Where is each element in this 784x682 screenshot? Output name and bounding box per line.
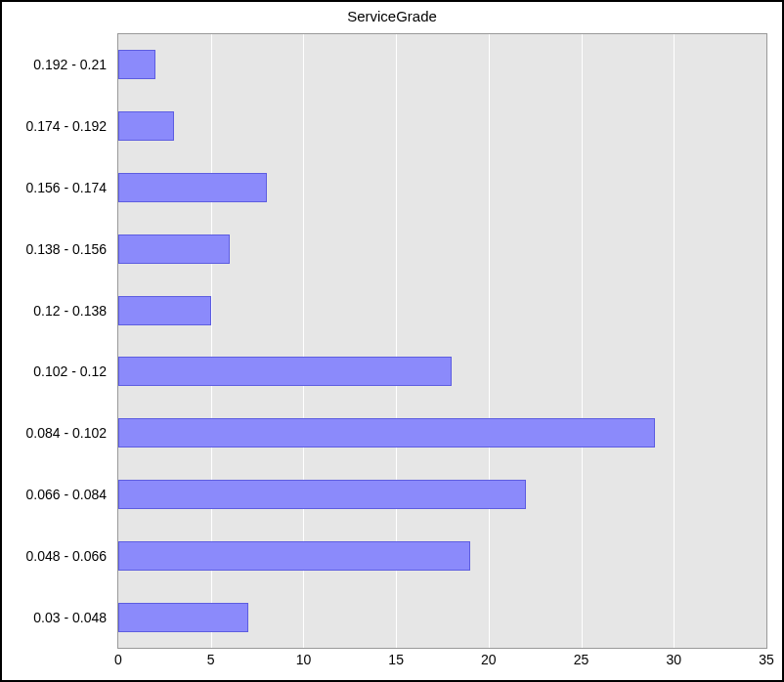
bar: [118, 480, 526, 509]
gridline: [674, 34, 675, 648]
y-tick-label: 0.174 - 0.192: [25, 118, 107, 134]
y-tick-label: 0.048 - 0.066: [25, 548, 107, 564]
y-tick-label: 0.102 - 0.12: [33, 363, 107, 379]
bar: [118, 234, 230, 264]
x-tick-label: 25: [574, 652, 589, 667]
y-tick-label: 0.138 - 0.156: [25, 241, 107, 257]
bar: [118, 541, 470, 571]
y-tick-label: 0.084 - 0.102: [25, 425, 107, 441]
bar: [118, 50, 155, 79]
bar: [118, 173, 267, 202]
bar: [118, 418, 655, 448]
plot-area: 051015202530350.192 - 0.210.174 - 0.1920…: [117, 33, 767, 649]
chart-title: ServiceGrade: [2, 8, 782, 24]
x-tick-label: 5: [207, 652, 215, 667]
x-tick-label: 20: [481, 652, 497, 667]
y-tick-label: 0.156 - 0.174: [25, 180, 107, 195]
gridline: [489, 34, 490, 648]
bar: [118, 111, 174, 141]
x-tick-label: 10: [296, 652, 312, 667]
y-tick-label: 0.066 - 0.084: [25, 487, 107, 502]
x-tick-label: 35: [759, 652, 774, 667]
x-tick-label: 30: [666, 652, 681, 667]
bar: [118, 357, 452, 386]
gridline: [582, 34, 583, 648]
y-tick-label: 0.03 - 0.048: [33, 610, 107, 625]
bar: [118, 296, 211, 325]
y-tick-label: 0.12 - 0.138: [33, 303, 107, 319]
x-tick-label: 0: [114, 652, 122, 667]
bar: [118, 603, 248, 632]
chart-container: ServiceGrade 051015202530350.192 - 0.210…: [0, 0, 784, 682]
x-tick-label: 15: [388, 652, 404, 667]
y-tick-label: 0.192 - 0.21: [33, 57, 107, 72]
